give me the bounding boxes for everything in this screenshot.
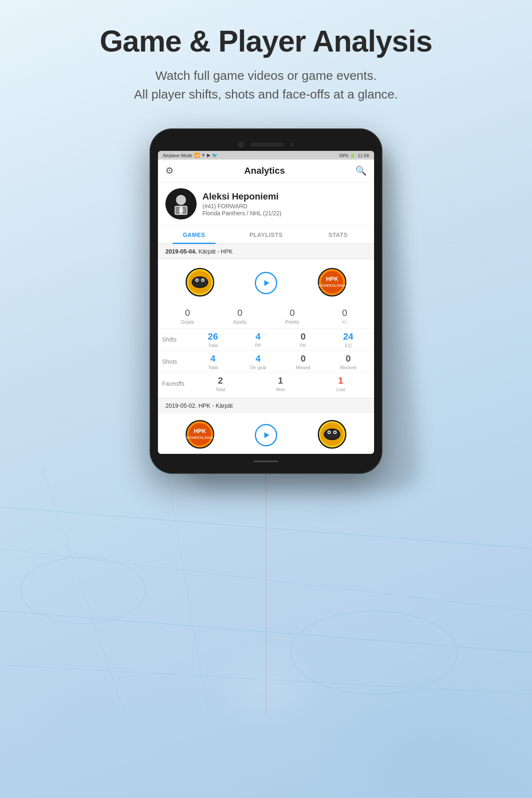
shots-missed-value: 0 <box>300 353 305 364</box>
avatar: 20 <box>165 188 197 219</box>
game2-team1-logo[interactable]: HPK HÄMEENLINNA <box>185 420 214 451</box>
svg-text:HÄMEENLINNA: HÄMEENLINNA <box>187 436 214 440</box>
faceoffs-label: Faceoffs <box>162 380 191 387</box>
home-indicator <box>254 461 278 462</box>
shots-blocked: 0 Blocked <box>327 353 370 370</box>
player-number: (#41) FORWARD <box>202 203 367 209</box>
faceoffs-values: 2 Total 1 Won 1 Lost <box>191 375 370 392</box>
phone-screen: Airplane Mode 📶 ✈ ▶ 🐦 69% 🔋 11:56 ⚙ <box>158 151 374 454</box>
game2-date: 2019-05-02. <box>165 402 197 409</box>
faceoffs-won-label: Won <box>276 387 285 392</box>
svg-marker-23 <box>264 280 269 286</box>
assists-label: Assits <box>233 319 246 325</box>
shots-label: Shots <box>162 358 191 365</box>
subtitle-line2: All player shifts, shots and face-offs a… <box>134 87 398 101</box>
game1-date: 2019-05-04. <box>165 248 197 255</box>
faceoffs-won: 1 Won <box>251 375 310 392</box>
ice-background <box>0 466 532 715</box>
shifts-row: Shifts 26 Total 4 PP 0 PK <box>158 328 374 350</box>
clock: 11:56 <box>357 153 369 158</box>
svg-line-0 <box>0 507 532 549</box>
shots-row: Shots 4 Total 4 On goal 0 Missed <box>158 350 374 372</box>
points-value: 0 <box>290 308 295 318</box>
play-button[interactable] <box>255 272 277 294</box>
svg-point-10 <box>176 195 186 205</box>
faceoffs-total: 2 Total <box>191 375 250 392</box>
player-team: Florida Panthers / NHL (21/22) <box>202 210 367 217</box>
shots-total-label: Total <box>208 365 218 370</box>
wifi-icon: 📶 <box>194 153 200 158</box>
shots-on-goal-value: 4 <box>256 353 261 364</box>
svg-point-36 <box>325 430 339 439</box>
battery-icon: 🔋 <box>350 153 356 158</box>
faceoffs-lost-label: Lost <box>336 387 345 392</box>
shifts-pp: 4 PP <box>236 331 280 348</box>
faceoffs-lost-value: 1 <box>338 375 343 386</box>
faceoffs-row: Faceoffs 2 Total 1 Won 1 Lost <box>158 372 374 398</box>
phone-device: Airplane Mode 📶 ✈ ▶ 🐦 69% 🔋 11:56 ⚙ <box>150 128 382 474</box>
front-camera <box>238 142 244 148</box>
goals-label: Goals <box>181 319 194 325</box>
team2-logo[interactable]: HPK HÄMEENLINNA <box>318 268 347 298</box>
page-wrapper: Game & Player Analysis Watch full game v… <box>0 0 532 798</box>
stat-assists: 0 Assits <box>214 308 265 325</box>
game2-header: 2019-05-02. HPK - Kärpät <box>158 398 374 413</box>
shifts-eq-value: 24 <box>343 331 353 342</box>
tab-games[interactable]: GAMES <box>158 226 230 243</box>
svg-text:HÄMEENLINNA: HÄMEENLINNA <box>318 283 345 288</box>
game1-matchup: Kärpät - HPK <box>198 248 232 255</box>
stat-points: 0 Points <box>267 308 318 325</box>
goals-value: 0 <box>185 308 190 318</box>
plusminus-label: +/- <box>342 319 347 325</box>
svg-point-6 <box>21 557 145 623</box>
settings-icon[interactable]: ⚙ <box>165 165 174 176</box>
svg-text:HPK: HPK <box>326 276 338 282</box>
team1-logo[interactable] <box>185 268 214 298</box>
shots-missed: 0 Missed <box>281 353 325 370</box>
speaker-grille <box>251 143 284 147</box>
svg-line-4 <box>42 466 125 715</box>
phone-body: Airplane Mode 📶 ✈ ▶ 🐦 69% 🔋 11:56 ⚙ <box>150 128 382 474</box>
status-left: Airplane Mode 📶 ✈ ▶ 🐦 <box>163 153 218 158</box>
tab-playlists[interactable]: PLAYLISTS <box>230 226 302 243</box>
subtitle: Watch full game videos or game events. A… <box>100 66 432 103</box>
status-bar: Airplane Mode 📶 ✈ ▶ 🐦 69% 🔋 11:56 <box>158 151 374 160</box>
svg-line-5 <box>166 466 208 715</box>
airplane-mode-label: Airplane Mode <box>163 153 192 158</box>
app-header: ⚙ Analytics 🔍 <box>158 160 374 182</box>
svg-line-3 <box>0 665 532 694</box>
svg-text:HPK: HPK <box>194 428 207 434</box>
svg-point-18 <box>193 278 207 287</box>
tab-stats[interactable]: STATS <box>302 226 374 243</box>
shots-total-value: 4 <box>210 353 215 364</box>
player-name: Aleksi Heponiemi <box>202 191 367 202</box>
svg-point-7 <box>291 611 457 694</box>
status-right: 69% 🔋 11:56 <box>339 153 369 158</box>
shots-on-goal: 4 On goal <box>236 353 280 370</box>
shifts-total-value: 26 <box>208 331 218 342</box>
game2-play-button[interactable] <box>255 424 277 446</box>
twitter-icon: 🐦 <box>212 153 218 158</box>
game2-matchup: HPK - Kärpät <box>198 402 232 409</box>
svg-line-1 <box>0 549 532 611</box>
game2-teams: HPK HÄMEENLINNA <box>158 413 374 454</box>
svg-point-40 <box>334 431 336 433</box>
game2-team2-logo[interactable] <box>318 420 347 451</box>
shifts-total-label: Total <box>208 343 218 348</box>
svg-point-25 <box>321 271 343 293</box>
shifts-pp-value: 4 <box>256 331 261 342</box>
app-title: Analytics <box>244 165 285 176</box>
svg-point-21 <box>196 279 198 281</box>
shots-total: 4 Total <box>191 353 235 370</box>
faceoffs-lost: 1 Lost <box>311 375 370 392</box>
stat-goals: 0 Goals <box>162 308 213 325</box>
player-card: 20 Aleksi Heponiemi (#41) FORWARD Florid… <box>158 182 374 226</box>
shots-blocked-value: 0 <box>346 353 351 364</box>
shifts-pk-value: 0 <box>300 331 305 342</box>
shifts-eq-label: EQ <box>345 343 352 348</box>
shots-on-goal-label: On goal <box>250 365 266 370</box>
assists-value: 0 <box>237 308 242 318</box>
game1-teams: HPK HÄMEENLINNA <box>158 259 374 303</box>
search-icon[interactable]: 🔍 <box>355 165 367 176</box>
svg-point-22 <box>202 279 204 281</box>
